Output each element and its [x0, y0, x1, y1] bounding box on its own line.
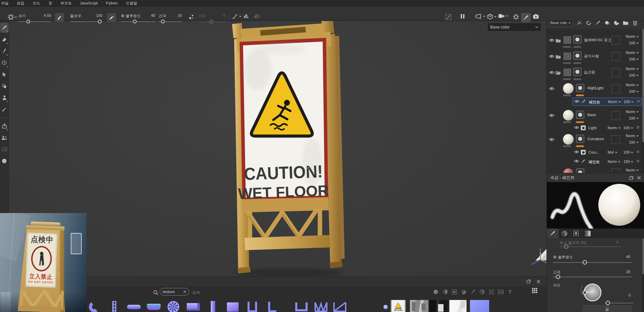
flow-slider[interactable] [70, 21, 102, 22]
filter-smart-materials-icon[interactable] [440, 288, 450, 296]
filter-brushes-icon[interactable] [468, 288, 478, 296]
blend-mode-select[interactable]: Norm [626, 51, 639, 55]
layer-name[interactable]: HighLight [587, 86, 603, 90]
shelf-thumbnail-white-texture[interactable] [449, 300, 467, 312]
shelf-thumbnail-curve[interactable] [87, 300, 102, 312]
prop-angle-slider[interactable] [605, 303, 633, 303]
visibility-icon[interactable] [549, 114, 554, 117]
material-icon[interactable] [573, 52, 582, 60]
shelf-thumbnail-tray[interactable] [146, 300, 162, 312]
remove-sublayer-icon[interactable] [636, 126, 640, 129]
layers-scrollbar[interactable] [642, 29, 644, 173]
tab-gradient[interactable] [582, 229, 594, 238]
shelf-thumbnail-blue-texture[interactable] [470, 300, 489, 312]
shelf-thumbnail-ladder[interactable] [106, 300, 122, 312]
shelf-thumbnail-fan[interactable] [165, 300, 181, 312]
search-input[interactable]: 검색 [192, 290, 200, 295]
sublayer-row-light[interactable]: Light Norm 100 [573, 124, 642, 132]
projection-tool[interactable] [0, 46, 9, 56]
mask-thumbnail[interactable] [611, 85, 620, 93]
brush-tip-button-2[interactable] [107, 13, 116, 22]
layer-thumbnail[interactable] [563, 52, 572, 60]
opacity-select[interactable]: 100 [629, 140, 639, 144]
layer-name[interactable]: 공지사항 [584, 54, 599, 59]
layer-thumbnail[interactable] [563, 68, 572, 77]
layer-row-elevator-warning[interactable]: 엘레베이터 경고 Norm 100 [547, 33, 642, 49]
export-tool[interactable] [0, 121, 9, 131]
close-panel-icon[interactable] [637, 176, 641, 180]
mesh-view-icon[interactable] [487, 14, 497, 20]
opacity-select[interactable]: 100 [624, 100, 634, 104]
follow-path-toggle[interactable]: 끔 [583, 305, 631, 312]
blend-mode-select[interactable]: Norm [626, 67, 639, 71]
layer-thumbnail[interactable] [563, 36, 572, 44]
scatter-icon[interactable] [189, 14, 194, 20]
grid-view-icon[interactable] [532, 288, 537, 293]
filter-filters-icon[interactable] [450, 288, 459, 296]
paint-tool-icon[interactable] [521, 13, 531, 22]
polygon-fill-tool[interactable] [0, 58, 9, 68]
blend-mode-select[interactable]: Norm [626, 168, 639, 172]
mask-thumbnail[interactable] [611, 135, 620, 144]
search-tag[interactable]: texture [160, 288, 189, 296]
opacity-select[interactable]: 100 [623, 126, 633, 130]
layer-name[interactable]: 입간판 [584, 70, 595, 75]
smudge-tool[interactable] [0, 69, 9, 79]
menu-window[interactable]: 창 [44, 0, 56, 6]
menu-viewport[interactable]: 뷰포트 [56, 0, 76, 6]
clone-tool[interactable] [0, 81, 9, 91]
blend-mode-select[interactable]: Norm [608, 126, 621, 130]
filter-procedurals-icon[interactable] [487, 288, 496, 296]
prop-opacity-slider[interactable] [553, 262, 632, 263]
blend-mode-select[interactable]: Mul [608, 150, 618, 154]
layer-row-standing-sign[interactable]: 입간판 Norm 100 [547, 65, 642, 81]
visibility-icon[interactable] [549, 38, 554, 42]
angle-dial[interactable] [584, 283, 601, 301]
blend-mode-select[interactable]: Norm [626, 110, 639, 114]
material-icon[interactable] [573, 35, 582, 44]
properties-scrollbar[interactable] [642, 238, 644, 312]
spacing-slider[interactable] [159, 21, 182, 22]
menu-help[interactable]: 도움말 [122, 0, 141, 6]
menu-javascript[interactable]: JavaScript [76, 0, 102, 6]
menu-mode[interactable]: 모드 [28, 0, 44, 6]
people-tool[interactable] [0, 133, 9, 143]
sublayer-row-curv[interactable]: Curv... Mul 100 [573, 148, 642, 157]
mask-thumbnail[interactable] [611, 111, 620, 120]
shelf-thumbnail-u-bracket[interactable] [244, 300, 260, 312]
detach-panel-icon[interactable] [629, 176, 633, 180]
menu-python[interactable]: Python [102, 0, 122, 6]
opacity-select[interactable]: 100 [629, 116, 639, 120]
layer-name[interactable]: Base [587, 113, 596, 117]
brush-tip-button[interactable] [55, 13, 64, 22]
prop-angle-value[interactable]: 0 [629, 293, 631, 297]
camera-view-icon[interactable] [498, 14, 508, 18]
material-icon[interactable] [576, 168, 584, 173]
blend-mode-select[interactable]: Norm [626, 134, 639, 138]
visibility-icon[interactable] [549, 71, 554, 74]
layer-row-curvature[interactable]: Curvature Norm 100 [547, 132, 642, 148]
sublayer-row-paint[interactable]: 페인트 Norm 100 [573, 158, 642, 166]
perspective-view-icon[interactable] [475, 14, 485, 19]
shelf-thumbnail-caution-sign[interactable]: CAUTION!WET FLOOR [390, 300, 406, 312]
shelf-thumbnail-bar[interactable] [126, 300, 142, 312]
prop-spacing-slider[interactable] [553, 277, 632, 277]
expand-shelf-icon[interactable] [527, 279, 531, 283]
menu-file[interactable]: 파일 [0, 0, 13, 6]
sublayer-row-paint-selected[interactable]: 페인트 Norm 100 [573, 98, 642, 106]
material-sphere-thumbnail[interactable] [563, 83, 574, 94]
material-icon[interactable] [576, 135, 584, 143]
mask-thumbnail[interactable] [611, 36, 620, 45]
shelf-thumbnail-gray-texture[interactable] [410, 300, 428, 312]
filter-materials-icon[interactable] [431, 288, 440, 296]
layer-name[interactable]: Curvature [587, 137, 604, 141]
filter-environments-icon[interactable] [496, 288, 505, 296]
mannequin-tool[interactable] [0, 93, 9, 103]
remove-sublayer-icon[interactable] [636, 150, 640, 153]
visibility-icon[interactable] [574, 126, 579, 129]
opacity-select[interactable]: 100 [629, 73, 639, 77]
visibility-icon[interactable] [574, 150, 579, 154]
blend-mode-select[interactable]: Norm [608, 100, 621, 104]
flow-value[interactable]: 100 [96, 13, 102, 19]
blend-mode-select[interactable]: Norm [608, 159, 621, 164]
